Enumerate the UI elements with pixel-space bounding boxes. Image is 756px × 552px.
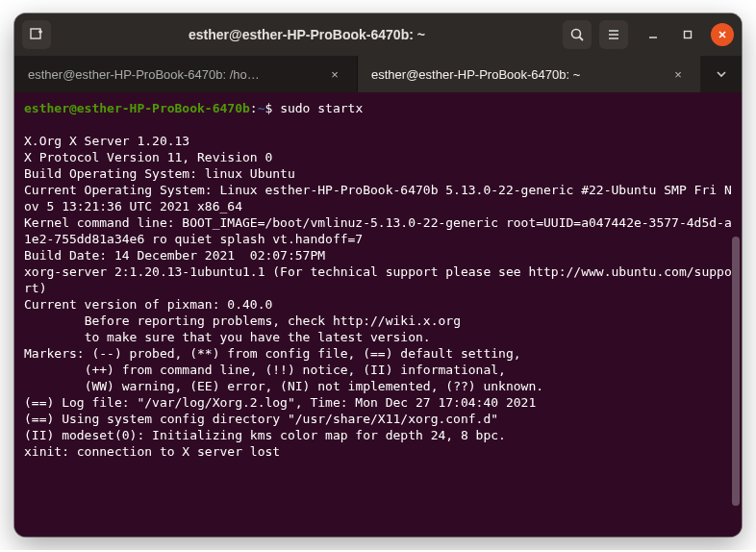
search-icon <box>569 27 585 42</box>
chevron-down-icon <box>716 68 727 80</box>
prompt-user-host: esther@esther-HP-ProBook-6470b <box>24 101 250 115</box>
prompt-command: sudo startx <box>280 101 363 115</box>
svg-line-4 <box>580 38 584 41</box>
prompt-dollar: $ <box>265 101 280 115</box>
titlebar: esther@esther-HP-ProBook-6470b: ~ <box>14 13 742 56</box>
tab-1[interactable]: esther@esther-HP-ProBook-6470b: ~ × <box>358 56 701 92</box>
tab-close-icon[interactable]: × <box>326 67 343 82</box>
tab-dropdown-button[interactable] <box>701 56 742 92</box>
svg-rect-9 <box>685 32 692 38</box>
tab-0[interactable]: esther@esther-HP-ProBook-6470b: /ho… × <box>14 56 358 92</box>
new-tab-button[interactable] <box>22 20 51 49</box>
window-title: esther@esther-HP-ProBook-6470b: ~ <box>59 27 555 42</box>
tab-close-icon[interactable]: × <box>669 67 687 82</box>
svg-rect-0 <box>31 29 40 38</box>
minimize-button[interactable] <box>642 23 665 46</box>
search-button[interactable] <box>563 20 592 49</box>
menu-button[interactable] <box>599 20 628 49</box>
tab-label: esther@esther-HP-ProBook-6470b: ~ <box>371 67 662 82</box>
hamburger-icon <box>606 27 621 42</box>
prompt-sep: : <box>250 101 258 115</box>
terminal-window: esther@esther-HP-ProBook-6470b: ~ esther… <box>14 13 742 537</box>
tabbar: esther@esther-HP-ProBook-6470b: /ho… × e… <box>14 56 742 92</box>
maximize-button[interactable] <box>676 23 699 46</box>
window-controls <box>642 23 734 46</box>
svg-point-3 <box>572 30 581 38</box>
close-button[interactable] <box>711 23 734 46</box>
prompt-line: esther@esther-HP-ProBook-6470b:~$ sudo s… <box>24 100 732 116</box>
terminal-body[interactable]: esther@esther-HP-ProBook-6470b:~$ sudo s… <box>14 92 742 537</box>
new-tab-icon <box>29 27 44 42</box>
scrollbar-thumb[interactable] <box>732 237 740 506</box>
close-icon <box>718 30 727 39</box>
minimize-icon <box>648 30 658 39</box>
terminal-output: X.Org X Server 1.20.13 X Protocol Versio… <box>24 116 732 460</box>
maximize-icon <box>683 30 693 39</box>
tab-label: esther@esther-HP-ProBook-6470b: /ho… <box>28 67 318 82</box>
